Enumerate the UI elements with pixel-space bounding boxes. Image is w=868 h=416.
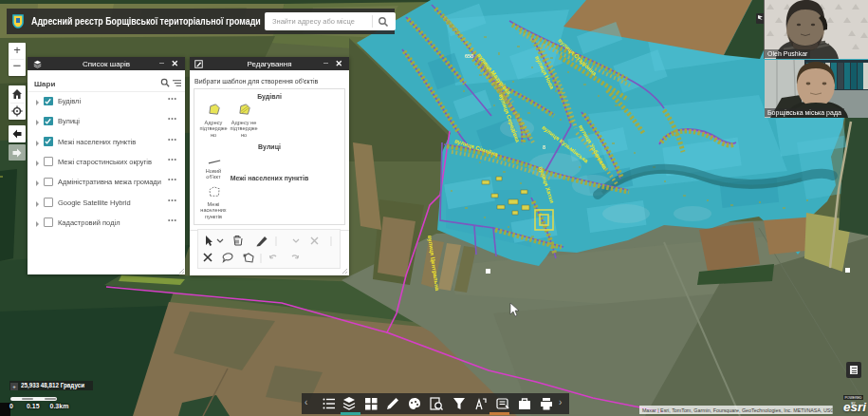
svg-text:8: 8 <box>543 144 545 150</box>
svg-text:658: 658 <box>465 53 473 59</box>
